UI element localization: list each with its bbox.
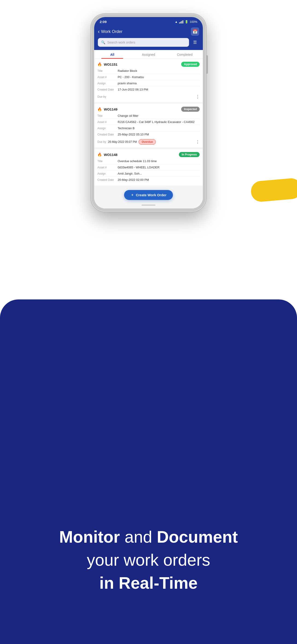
- tab-completed-label: Completed: [177, 53, 192, 56]
- field-value: 25-May-2022 05:10 PM: [118, 133, 200, 136]
- signal-icon: [179, 20, 183, 24]
- headline-document: Document: [157, 528, 238, 546]
- calendar-icon: 📅: [192, 29, 198, 34]
- wo-id-row-2: 🔥 WO1149: [98, 107, 118, 112]
- field-label: Asset #: [98, 120, 116, 124]
- field-label: Title: [98, 114, 116, 118]
- search-icon: 🔍: [101, 40, 106, 44]
- field-value: Overdue schedule 11.03 time: [118, 160, 200, 163]
- header-row: Work Order 📅: [98, 28, 199, 36]
- status-badge-3: In Progress: [179, 152, 200, 157]
- more-button-1[interactable]: ⋮: [196, 94, 200, 99]
- field-value: Technician B: [118, 126, 200, 130]
- status-icons: ▲ 🔋 100%: [175, 20, 197, 24]
- filter-icon: ☰: [193, 40, 197, 45]
- field-label: Assign: [98, 82, 116, 85]
- phone-frame: 2:09 ▲ 🔋 100%: [91, 14, 206, 212]
- wo-field-assign-3: Assign Amit Jangir, Soh...: [98, 172, 200, 177]
- wo-id-1: WO1151: [104, 62, 118, 66]
- tabs-row: All Assigned Completed: [94, 50, 203, 59]
- field-value: pravin sharma: [118, 82, 200, 85]
- priority-icon-3: 🔥: [98, 152, 102, 157]
- overdue-badge-2: Overdue: [138, 139, 156, 145]
- more-button-2[interactable]: ⋮: [196, 139, 200, 144]
- home-indicator: [94, 203, 203, 208]
- tab-all-label: All: [110, 53, 114, 56]
- wo-field-title-1: Title Radiator Block: [98, 69, 200, 74]
- headline-line1: Monitor and Document: [59, 526, 238, 547]
- headline-and: and: [124, 528, 157, 546]
- headline-line2: your work orders: [59, 550, 238, 570]
- work-order-card-2[interactable]: 🔥 WO1149 Inspected Title Change oil filt…: [94, 104, 203, 148]
- home-bar: [142, 204, 156, 206]
- search-placeholder: Search work orders: [107, 40, 135, 44]
- filter-button[interactable]: ☰: [191, 38, 199, 46]
- wo-fields-1: Title Radiator Block Asset # PC - 200 - …: [98, 69, 200, 92]
- field-label: Created Date: [98, 88, 116, 91]
- status-badge-2: Inspected: [181, 107, 200, 112]
- status-time: 2:09: [100, 20, 106, 24]
- create-work-order-button[interactable]: ＋ Create Work Order: [124, 190, 173, 200]
- field-label: Assign: [98, 172, 116, 175]
- status-bar: 2:09 ▲ 🔋 100%: [94, 17, 203, 26]
- wo-field-asset-3: Asset # 0d33w4065 - WHEEL LOADER: [98, 166, 200, 170]
- field-value: Radiator Block: [118, 69, 200, 72]
- wo-header-2: 🔥 WO1149 Inspected: [98, 107, 200, 112]
- field-value: Amit Jangir, Soh...: [118, 172, 200, 175]
- wo-field-asset-1: Asset # PC - 200 - Komatsu: [98, 75, 200, 80]
- work-order-card-3[interactable]: 🔥 WO1148 In Progress Title Overdue sched…: [94, 149, 203, 186]
- field-label: Title: [98, 69, 116, 72]
- headline-line3: in Real-Time: [59, 572, 238, 593]
- field-value: RJ16 CA4562 - Cat 349F L Hydraulic Excav…: [118, 120, 200, 124]
- app-header: Work Order 📅 🔍 Search work orders ☰: [94, 26, 203, 50]
- due-by-value-2: 26-May-2022 05:07 PM: [108, 140, 137, 144]
- wifi-icon: ▲: [175, 20, 178, 24]
- field-label: Created Date: [98, 133, 116, 136]
- priority-icon-1: 🔥: [98, 62, 102, 66]
- due-by-2: Due by 26-May-2022 05:07 PM Overdue: [98, 139, 156, 145]
- fab-label: Create Work Order: [136, 193, 166, 197]
- wo-field-assign-2: Assign Technician B: [98, 126, 200, 131]
- status-badge-1: Approved: [181, 62, 200, 67]
- wo-field-created-3: Created Date 20-May-2022 02:00 PM: [98, 178, 200, 183]
- wo-field-title-3: Title Overdue schedule 11.03 time: [98, 160, 200, 164]
- field-label: Assign: [98, 127, 116, 130]
- work-order-card-1[interactable]: 🔥 WO1151 Approved Title Radiator Block A…: [94, 59, 203, 102]
- phone-screen: 2:09 ▲ 🔋 100%: [94, 17, 203, 208]
- wo-fields-3: Title Overdue schedule 11.03 time Asset …: [98, 160, 200, 183]
- tab-completed[interactable]: Completed: [167, 50, 203, 59]
- battery-percent: 100%: [190, 20, 197, 24]
- headline-monitor: Monitor: [59, 528, 120, 546]
- field-label: Created Date: [98, 178, 116, 182]
- wo-header-3: 🔥 WO1148 In Progress: [98, 152, 200, 157]
- phone-mockup: 2:09 ▲ 🔋 100%: [91, 14, 206, 212]
- due-by-label-2: Due by: [98, 140, 106, 144]
- back-arrow-icon: [98, 29, 100, 34]
- field-value: PC - 200 - Komatsu: [118, 75, 200, 79]
- tab-assigned[interactable]: Assigned: [130, 50, 166, 59]
- field-value: 0d33w4065 - WHEEL LOADER: [118, 166, 200, 169]
- battery-icon: 🔋: [185, 20, 188, 24]
- bottom-text-section: Monitor and Document your work orders in…: [0, 344, 297, 644]
- field-value: 17-Jun-2022 06:13 PM: [118, 88, 200, 91]
- headline-text: Monitor and Document your work orders in…: [41, 526, 256, 593]
- tab-assigned-label: Assigned: [142, 53, 155, 56]
- field-label: Asset #: [98, 166, 116, 169]
- plus-icon: ＋: [130, 193, 134, 197]
- header-title: Work Order: [101, 29, 122, 34]
- tab-all[interactable]: All: [94, 50, 130, 59]
- search-bar[interactable]: 🔍 Search work orders: [98, 38, 189, 47]
- back-button[interactable]: Work Order: [98, 29, 122, 34]
- wo-header-1: 🔥 WO1151 Approved: [98, 62, 200, 67]
- wo-id-row-3: 🔥 WO1148: [98, 152, 118, 157]
- wo-id-3: WO1148: [104, 153, 118, 156]
- field-label: Title: [98, 160, 116, 163]
- field-label: Asset #: [98, 76, 116, 79]
- field-value: Change oil filter: [118, 114, 200, 118]
- calendar-button[interactable]: 📅: [191, 28, 199, 36]
- wo-id-row-1: 🔥 WO1151: [98, 62, 118, 66]
- search-row: 🔍 Search work orders ☰: [98, 38, 199, 47]
- work-order-list: 🔥 WO1151 Approved Title Radiator Block A…: [94, 59, 203, 208]
- wo-footer-1: Due by ⋮: [98, 94, 200, 99]
- wo-field-asset-2: Asset # RJ16 CA4562 - Cat 349F L Hydraul…: [98, 120, 200, 125]
